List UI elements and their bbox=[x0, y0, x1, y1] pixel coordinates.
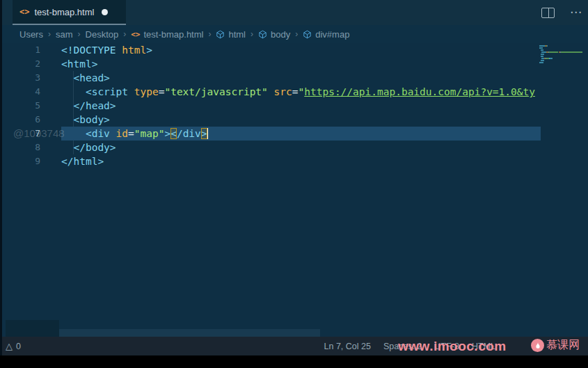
line-content: <head> bbox=[61, 71, 541, 85]
line-number[interactable]: 8 bbox=[0, 141, 40, 154]
breadcrumb-label: html bbox=[228, 29, 246, 40]
breadcrumb-separator: › bbox=[48, 29, 51, 39]
line-number[interactable]: 5 bbox=[0, 99, 40, 113]
line-number[interactable]: 4 bbox=[0, 85, 40, 99]
code-token bbox=[268, 86, 274, 97]
minimap-line bbox=[539, 49, 585, 51]
breadcrumb-item-body[interactable]: body bbox=[258, 29, 290, 40]
minimap[interactable] bbox=[539, 45, 585, 64]
problems-indicator[interactable]: △ 0 bbox=[6, 341, 21, 351]
code-line-4[interactable]: 4 <script type="text/javascript" src="ht… bbox=[0, 85, 541, 99]
code-token: src bbox=[274, 86, 292, 97]
line-number[interactable]: 6 bbox=[0, 113, 40, 127]
tab-bar: <> test-bmap.html ⋯ bbox=[0, 0, 588, 25]
line-content: </html> bbox=[61, 154, 541, 168]
line-number[interactable]: 2 bbox=[0, 57, 40, 71]
code-line-7[interactable]: 7 <div id="map"></div> bbox=[0, 127, 541, 141]
warning-icon: △ bbox=[6, 341, 13, 351]
more-actions-icon[interactable]: ⋯ bbox=[570, 0, 582, 25]
breadcrumb-separator: › bbox=[78, 29, 81, 39]
code-line-1[interactable]: 1<!DOCTYPE html> bbox=[0, 43, 541, 57]
code-token: <!DOCTYPE bbox=[61, 45, 122, 56]
code-token: html bbox=[122, 45, 146, 56]
breadcrumb-item-test-bmap-html[interactable]: <>test-bmap.html bbox=[131, 29, 203, 40]
code-line-3[interactable]: 3 <head> bbox=[0, 71, 541, 85]
line-content: <div id="map"></div> bbox=[61, 127, 541, 141]
breadcrumb-label: body bbox=[271, 29, 290, 40]
code-token: <head> bbox=[73, 72, 109, 83]
breadcrumb-separator: › bbox=[295, 29, 298, 39]
breadcrumb-item-div-map[interactable]: div#map bbox=[303, 29, 349, 40]
tab-test-bmap[interactable]: <> test-bmap.html bbox=[13, 0, 126, 25]
line-content: </head> bbox=[61, 99, 541, 113]
breadcrumb-item-users[interactable]: Users bbox=[19, 29, 43, 40]
breadcrumb-item-sam[interactable]: sam bbox=[56, 29, 73, 40]
editor-actions: ⋯ bbox=[541, 0, 582, 25]
line-number[interactable]: 1 bbox=[0, 43, 40, 57]
code-line-2[interactable]: 2<html> bbox=[0, 57, 541, 71]
app-area: <> test-bmap.html ⋯ Users›sam›Desktop›<>… bbox=[0, 0, 588, 355]
line-content: <html> bbox=[61, 57, 541, 71]
indent-setting[interactable]: Spaces: 2 bbox=[383, 342, 422, 351]
line-content: </body> bbox=[61, 141, 541, 154]
code-token bbox=[61, 72, 73, 83]
symbol-cube-icon bbox=[258, 30, 267, 39]
breadcrumb-item-desktop[interactable]: Desktop bbox=[86, 29, 119, 40]
line-number[interactable]: 9 bbox=[0, 154, 40, 168]
breadcrumb-separator: › bbox=[251, 29, 253, 39]
code-token: = bbox=[292, 86, 299, 97]
code-token: /div bbox=[177, 128, 201, 139]
code-token bbox=[61, 142, 73, 153]
tab-title: test-bmap.html bbox=[34, 7, 94, 17]
code-token: <html> bbox=[61, 58, 97, 70]
breadcrumb-label: div#map bbox=[315, 29, 349, 40]
split-editor-icon[interactable] bbox=[541, 8, 555, 18]
code-token: </body> bbox=[73, 142, 116, 153]
modified-indicator[interactable] bbox=[102, 9, 108, 15]
code-line-6[interactable]: 6 <body> bbox=[0, 113, 541, 127]
line-number[interactable]: 3 bbox=[0, 71, 40, 85]
breadcrumb-separator: › bbox=[123, 29, 126, 39]
code-line-9[interactable]: 9</html> bbox=[0, 154, 541, 168]
html-file-icon: <> bbox=[131, 30, 140, 39]
html-file-icon: <> bbox=[19, 7, 29, 17]
breadcrumb-item-html[interactable]: html bbox=[216, 29, 246, 40]
status-right-group: Ln 7, Col 25 Spaces: 2 UTF-8 HTML bbox=[324, 337, 495, 355]
minimap-line bbox=[539, 51, 585, 53]
minimap-line bbox=[539, 45, 585, 47]
breadcrumb-label: test-bmap.html bbox=[143, 29, 203, 40]
code-token: <script bbox=[86, 86, 134, 97]
code-token: </html> bbox=[61, 156, 104, 167]
language-mode[interactable]: HTML bbox=[472, 342, 495, 351]
line-content: <script type="text/javascript" src="http… bbox=[61, 85, 541, 99]
minimap-line bbox=[539, 60, 585, 61]
breadcrumb: Users›sam›Desktop›<>test-bmap.html›html›… bbox=[0, 25, 588, 43]
minimap-line bbox=[539, 54, 585, 55]
line-content: <body> bbox=[61, 113, 541, 127]
code-token: < bbox=[170, 128, 177, 139]
code-line-8[interactable]: 8 </body> bbox=[0, 141, 541, 154]
minimap-line bbox=[539, 58, 585, 59]
code-token bbox=[61, 114, 73, 125]
text-cursor bbox=[207, 128, 209, 139]
line-content: <!DOCTYPE html> bbox=[61, 43, 541, 57]
code-token: "text/javascript" bbox=[164, 86, 267, 97]
code-token: https://api.map.baidu.com/api?v=1.0&ty bbox=[304, 86, 535, 97]
code-line-5[interactable]: 5 </head> bbox=[0, 99, 541, 113]
code-token: </head> bbox=[73, 100, 116, 111]
code-token: <body> bbox=[73, 114, 109, 125]
gutter-shade bbox=[6, 320, 59, 337]
code-token bbox=[61, 100, 73, 111]
code-token: > bbox=[164, 128, 170, 139]
horizontal-scrollbar[interactable] bbox=[59, 329, 320, 337]
line-number[interactable]: 7 bbox=[0, 127, 40, 141]
cursor-position[interactable]: Ln 7, Col 25 bbox=[324, 342, 371, 351]
breadcrumb-label: Desktop bbox=[86, 29, 119, 40]
encoding-setting[interactable]: UTF-8 bbox=[435, 342, 459, 351]
code-editor[interactable]: 1<!DOCTYPE html>2<html>3 <head>4 <script… bbox=[0, 43, 588, 337]
symbol-cube-icon bbox=[303, 30, 312, 39]
code-token: = bbox=[128, 128, 134, 139]
code-token: " bbox=[299, 86, 305, 97]
code-token: <div bbox=[86, 128, 116, 139]
vscode-window: <> test-bmap.html ⋯ Users›sam›Desktop›<>… bbox=[0, 0, 588, 368]
